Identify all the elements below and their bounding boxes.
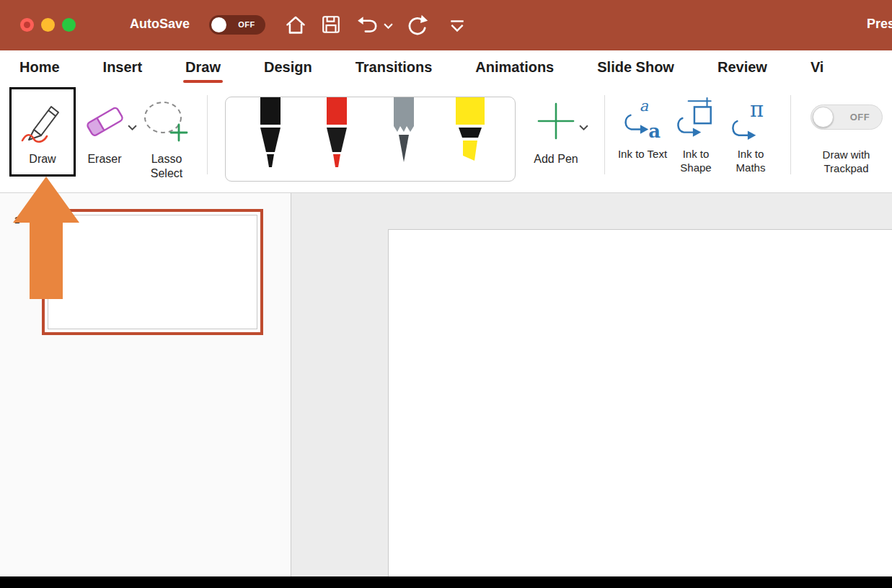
ink-to-text-label: Ink to Text xyxy=(616,148,669,161)
tab-draw[interactable]: Draw xyxy=(185,55,221,84)
redo-icon[interactable] xyxy=(405,14,430,37)
slide-thumbnail-canvas xyxy=(48,215,257,329)
ribbon-separator xyxy=(207,95,208,174)
draw-pen-icon xyxy=(19,98,66,144)
ink-to-shape-icon xyxy=(675,97,717,141)
ribbon-tabs: Home Insert Draw Design Transitions Anim… xyxy=(0,50,892,88)
lasso-select-icon xyxy=(141,98,193,144)
powerpoint-window: AutoSave OFF Pres xyxy=(0,0,892,588)
tab-review[interactable]: Review xyxy=(717,55,768,84)
minimize-window-button[interactable] xyxy=(41,18,55,32)
traffic-lights xyxy=(20,18,76,32)
lasso-select-button[interactable]: Lasso Select xyxy=(136,90,198,182)
ribbon-separator xyxy=(790,95,791,174)
slide-thumbnails-panel: 1 xyxy=(0,193,291,576)
editor-area xyxy=(291,193,892,576)
draw-tool-label: Draw xyxy=(12,152,74,166)
trackpad-toggle-knob xyxy=(813,107,834,128)
toolbar-options-icon[interactable] xyxy=(449,19,466,32)
slide-number: 1 xyxy=(14,215,19,226)
undo-icon[interactable] xyxy=(356,14,379,35)
ink-to-maths-button[interactable]: π Ink to Maths xyxy=(724,90,777,182)
red-pen-icon[interactable] xyxy=(314,97,359,169)
tab-home[interactable]: Home xyxy=(19,55,61,84)
slide-thumbnail[interactable] xyxy=(42,209,263,335)
titlebar: AutoSave OFF Pres xyxy=(0,0,892,50)
slide-canvas[interactable] xyxy=(388,229,892,576)
ink-to-shape-label: Ink to Shape xyxy=(669,148,723,175)
draw-with-trackpad-group: OFF Draw with Trackpad xyxy=(800,90,892,182)
svg-text:a: a xyxy=(640,97,649,115)
draw-tool-button[interactable]: Draw xyxy=(12,90,74,182)
add-pen-plus-icon xyxy=(536,101,576,141)
add-pen-label: Add Pen xyxy=(524,152,588,166)
svg-text:π: π xyxy=(750,97,764,122)
add-pen-dropdown-chevron-icon[interactable] xyxy=(579,125,588,131)
autosave-toggle[interactable]: OFF xyxy=(209,15,265,35)
autosave-label: AutoSave xyxy=(130,17,190,32)
svg-text:a: a xyxy=(648,120,661,141)
draw-ribbon: Draw Eraser xyxy=(0,88,892,193)
eraser-icon xyxy=(81,99,128,143)
document-title: Pres xyxy=(867,17,892,32)
main-content: 1 xyxy=(0,193,892,576)
black-pen-icon[interactable] xyxy=(248,97,293,169)
draw-with-trackpad-toggle[interactable]: OFF xyxy=(811,104,883,130)
eraser-button[interactable]: Eraser xyxy=(75,90,134,182)
tab-design[interactable]: Design xyxy=(263,55,313,84)
gray-pencil-icon[interactable] xyxy=(381,97,426,169)
ink-to-maths-icon: π xyxy=(730,97,772,141)
tab-slide-show[interactable]: Slide Show xyxy=(596,55,675,84)
tab-insert[interactable]: Insert xyxy=(102,55,143,84)
yellow-highlighter-icon[interactable] xyxy=(448,97,493,169)
eraser-label: Eraser xyxy=(75,152,134,166)
autosave-toggle-state: OFF xyxy=(232,20,261,29)
pen-gallery xyxy=(225,97,516,182)
close-window-button[interactable] xyxy=(20,18,34,32)
lasso-select-label: Lasso Select xyxy=(136,152,198,181)
home-icon[interactable] xyxy=(285,14,306,36)
ink-to-text-icon: a a xyxy=(622,97,663,141)
zoom-window-button[interactable] xyxy=(62,18,76,32)
tab-animations[interactable]: Animations xyxy=(474,55,555,84)
save-icon[interactable] xyxy=(321,14,341,35)
draw-with-trackpad-label: Draw with Trackpad xyxy=(800,148,892,176)
trackpad-toggle-state: OFF xyxy=(842,112,879,122)
add-pen-button[interactable]: Add Pen xyxy=(524,90,588,182)
tab-transitions[interactable]: Transitions xyxy=(355,55,433,84)
autosave-toggle-knob xyxy=(211,17,226,32)
tab-view[interactable]: Vi xyxy=(810,55,825,84)
ink-to-maths-label: Ink to Maths xyxy=(724,148,777,175)
ink-to-text-button[interactable]: a a Ink to Text xyxy=(616,90,669,182)
undo-dropdown-chevron-icon[interactable] xyxy=(384,23,393,30)
window-bottom-edge xyxy=(0,576,892,588)
ink-to-shape-button[interactable]: Ink to Shape xyxy=(669,90,723,182)
ribbon-separator xyxy=(604,95,605,174)
